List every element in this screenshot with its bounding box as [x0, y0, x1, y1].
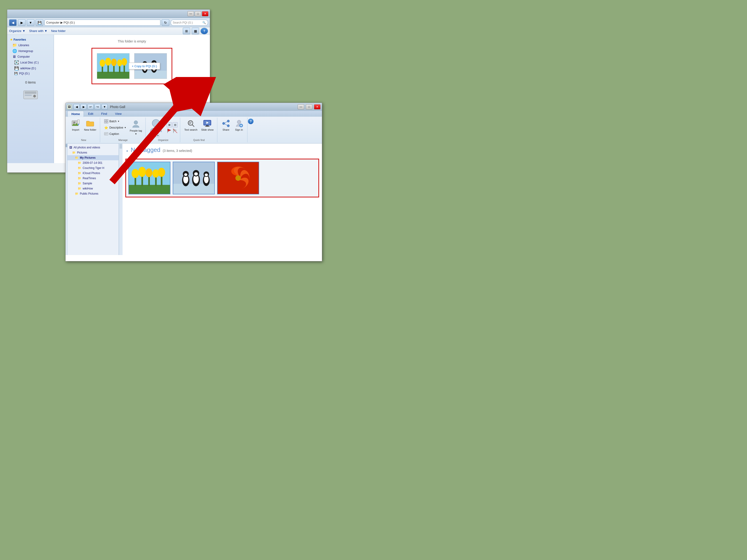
gallery-minimize-btn[interactable]: — — [298, 104, 304, 109]
person-next[interactable]: ▼ — [156, 134, 159, 137]
gallery-dropdown-btn[interactable]: ▼ — [102, 104, 108, 110]
gallery-close-btn[interactable]: ✕ — [314, 104, 320, 109]
gs-folder2[interactable]: 📁 Couching Tiger H — [68, 165, 119, 170]
gs-my-pictures[interactable]: 📁 My Pictures — [68, 155, 119, 160]
tab-view[interactable]: View — [111, 111, 125, 117]
gallery-undo-btn[interactable]: ↩ — [87, 104, 94, 110]
gs-folder4[interactable]: 📁 RealTimes — [68, 176, 119, 181]
explorer-dropdown-btn[interactable]: ▼ — [27, 19, 34, 26]
gallery-redo-btn[interactable]: ↪ — [95, 104, 101, 110]
text-search-btn[interactable]: Text search — [183, 118, 199, 132]
sign-in-svg — [235, 119, 243, 128]
explorer-menu-bar: Organize ▼ Share with ▼ New folder ⊞ ▦ ? — [7, 27, 210, 35]
gallery-photo-tulips[interactable] — [128, 162, 171, 194]
gallery-back-btn[interactable]: ◀ — [74, 104, 80, 110]
new-folder-btn[interactable]: New folder — [51, 29, 66, 33]
svg-rect-33 — [104, 119, 106, 121]
list-view-btn[interactable]: ⊟ — [173, 122, 178, 127]
gallery-maximize-btn[interactable]: □ — [306, 104, 312, 109]
explorer-close-btn[interactable]: ✕ — [202, 11, 208, 16]
tulips-thumbnail[interactable] — [97, 53, 130, 79]
ribbon-new-items: Import New folder — [70, 118, 98, 132]
explorer-minimize-btn[interactable]: — — [187, 11, 194, 16]
share-with-menu[interactable]: Share with ▼ — [29, 29, 47, 33]
star-icon: ★ — [10, 38, 12, 41]
flag-red-icon[interactable] — [167, 128, 172, 133]
sidebar-wikihow[interactable]: 💾 wikiHow (D:) — [9, 65, 52, 71]
svg-line-48 — [192, 125, 194, 127]
import-btn[interactable]: Import — [70, 118, 81, 132]
people-tag-btn[interactable]: People tag ▼ — [129, 119, 143, 136]
gallery-forward-btn[interactable]: ▶ — [80, 104, 86, 110]
gs-folder1[interactable]: 📁 2009-07-14 001 — [68, 160, 119, 165]
organize-row2 — [167, 128, 178, 133]
share-btn[interactable]: Share — [220, 118, 232, 132]
search-icon: 🔍 — [202, 21, 206, 24]
sidebar-homegroup[interactable]: 🌐 Homegroup — [9, 48, 52, 54]
slide-show-btn[interactable]: Slide show — [200, 118, 215, 132]
help-btn[interactable]: ? — [201, 28, 208, 34]
views-btn[interactable]: ⊞ — [183, 28, 190, 34]
gs-folder6[interactable]: 📁 wikiHow — [68, 186, 119, 191]
organize-menu[interactable]: Organize ▼ — [9, 29, 25, 33]
explorer-maximize-btn[interactable]: □ — [195, 11, 201, 16]
svg-point-105 — [235, 175, 241, 181]
gs-public[interactable]: 📁 Public Pictures — [68, 191, 119, 196]
people-tag-icon — [132, 120, 140, 129]
gs-pictures[interactable]: 📁 Pictures — [68, 150, 119, 155]
explorer-drive-icon: 💾 — [36, 19, 43, 26]
svg-point-15 — [121, 58, 127, 65]
import-label: Import — [72, 128, 79, 131]
empty-text: This folder is empty — [118, 39, 146, 43]
svg-point-59 — [227, 125, 229, 127]
ribbon-quick-find-group: Text search Slide show — [181, 117, 217, 142]
explorer-forward-btn[interactable]: ▶ — [18, 19, 25, 26]
explorer-back-btn[interactable]: ◀ — [9, 19, 17, 26]
new-folder-ribbon-btn[interactable]: New folder — [83, 118, 98, 132]
gs-folder3[interactable]: 📁 iCloud Photos — [68, 170, 119, 176]
sidebar-local-disc[interactable]: 💽 Local Disc (C:) — [9, 59, 52, 65]
sidebar-computer[interactable]: 🖥 Computer — [9, 54, 52, 59]
explorer-refresh-btn[interactable]: ↻ — [162, 19, 169, 26]
gs-folder5[interactable]: 📁 Sample — [68, 181, 119, 186]
people-tag-chevron: ▼ — [135, 133, 137, 135]
organize-group-label: Organize — [158, 138, 169, 141]
batch-btn[interactable]: Batch ▼ — [103, 118, 127, 124]
local-disc-icon: 💽 — [14, 60, 19, 64]
sidebar-pqi[interactable]: 💾 PQI (G:) — [9, 71, 52, 76]
scrollbar-v-thumb[interactable] — [120, 144, 122, 149]
new-folder-ribbon-icon — [86, 119, 94, 128]
section-collapse-icon[interactable]: ◄ — [125, 149, 128, 153]
svg-point-71 — [138, 167, 146, 177]
explorer-search-bar[interactable]: Search PQI (G:) 🔍 — [171, 20, 208, 26]
svg-point-2 — [33, 95, 36, 97]
gallery-sidebar-scrollbar-v[interactable] — [119, 143, 123, 255]
scrollbar-thumb[interactable] — [66, 144, 68, 147]
gs-all-photos[interactable]: 🖼 All photos and videos — [68, 145, 119, 150]
tab-edit[interactable]: Edit — [84, 111, 97, 117]
caption-btn[interactable]: Caption — [103, 131, 127, 137]
tab-find[interactable]: Find — [98, 111, 111, 117]
descriptive-btn[interactable]: ⭐ Descriptive ▼ — [103, 125, 127, 130]
explorer-address-bar[interactable]: Computer ▶ PQI (G:) — [45, 20, 160, 26]
sidebar-libraries[interactable]: 📁 Libraries — [9, 42, 52, 48]
flag-clear-icon[interactable] — [173, 128, 178, 133]
text-search-icon — [187, 119, 195, 128]
tab-home[interactable]: Home — [68, 111, 84, 117]
people-tag-label: People tag — [130, 129, 142, 132]
person-prev[interactable]: ▲ — [152, 134, 156, 137]
gallery-photo-penguins[interactable] — [173, 162, 215, 194]
gallery-photo-flower[interactable] — [217, 162, 259, 194]
sign-in-btn[interactable]: Sign in — [233, 118, 245, 132]
gallery-flower-svg — [217, 162, 259, 194]
wikihow-label: wikiHow (D:) — [20, 67, 36, 70]
import-icon — [72, 119, 80, 128]
preview-btn[interactable]: ▦ — [192, 28, 199, 34]
ribbon-organize-group: ▲ ▼ ⊞ ⊟ — [146, 117, 180, 142]
gallery-sidebar-scrollbar[interactable] — [66, 143, 68, 255]
svg-point-62 — [237, 120, 241, 124]
share-svg — [222, 119, 230, 128]
grid-view-btn[interactable]: ⊞ — [167, 122, 172, 127]
help-icon[interactable]: ? — [248, 118, 254, 124]
sidebar-favorites[interactable]: ★ Favorites — [9, 37, 52, 42]
